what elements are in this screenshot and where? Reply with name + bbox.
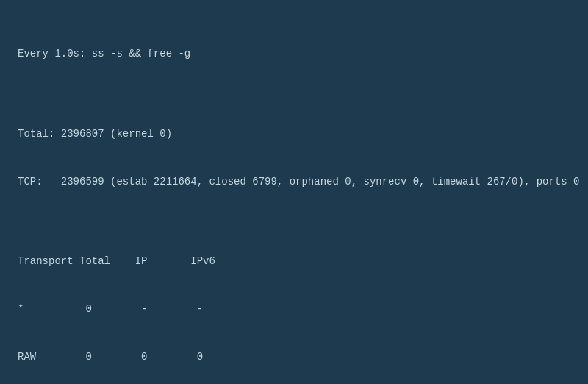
total-line: Total: 2396807 (kernel 0) [18,127,570,143]
command-line: Every 1.0s: ss -s && free -g [18,46,570,63]
tcp-line: TCP: 2396599 (estab 2211664, closed 6799… [18,174,570,191]
terminal-output: Every 1.0s: ss -s && free -g Total: 2396… [18,15,570,384]
row-raw: RAW 0 0 0 [18,349,570,366]
row-star: * 0 - - [18,302,570,318]
table-header: Transport Total IP IPv6 [18,254,570,270]
